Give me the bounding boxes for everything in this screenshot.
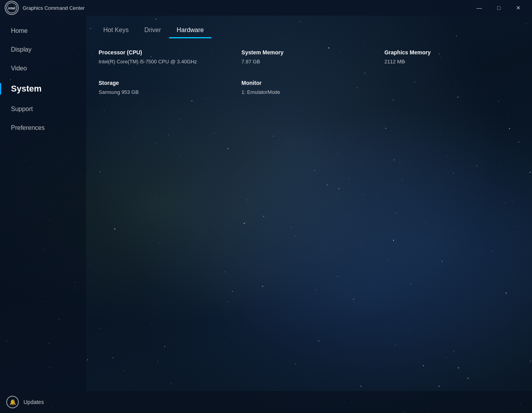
app-window: intel Graphics Command Center — □ ✕ Home… [0,0,532,413]
sidebar-item-video[interactable]: Video [0,59,86,77]
updates-icon: 🔔 [6,396,19,408]
hardware-content: Processor (CPU)Intel(R) Core(TM) i5-7500… [86,38,532,107]
main-layout: HomeDisplayVideoSystemSupportPreferences… [0,16,532,391]
tab-hardware[interactable]: Hardware [169,22,212,38]
hardware-value-storage: Samsung 953 GB [99,88,234,96]
hardware-value-system-memory: 7.87 GB [241,58,376,66]
hardware-item-processor: Processor (CPU)Intel(R) Core(TM) i5-7500… [99,49,234,66]
updates-label: Updates [23,399,44,405]
tab-driver[interactable]: Driver [137,22,169,38]
intel-logo: intel [5,1,19,15]
hardware-item-monitor: Monitor1: EmulatorMode [241,80,376,96]
close-button[interactable]: ✕ [509,2,527,14]
hardware-item-storage: StorageSamsung 953 GB [99,80,234,96]
svg-text:intel: intel [8,6,16,10]
sidebar-item-home[interactable]: Home [0,22,86,40]
maximize-button[interactable]: □ [490,2,508,14]
hardware-label-monitor: Monitor [241,80,376,86]
app-title: Graphics Command Center [23,5,84,11]
sidebar: HomeDisplayVideoSystemSupportPreferences [0,16,86,391]
sidebar-nav: HomeDisplayVideoSystemSupportPreferences [0,22,86,385]
hardware-value-graphics-memory: 2112 MB [385,58,519,66]
content-area: Hot KeysDriverHardware Processor (CPU)In… [86,16,532,391]
hardware-value-processor: Intel(R) Core(TM) i5-7500 CPU @ 3.40GHz [99,58,234,66]
sidebar-item-preferences[interactable]: Preferences [0,119,86,137]
title-bar: intel Graphics Command Center — □ ✕ [0,0,532,16]
hardware-item-graphics-memory: Graphics Memory2112 MB [385,49,519,66]
sidebar-item-system[interactable]: System [0,78,86,99]
hardware-label-processor: Processor (CPU) [99,49,234,56]
sidebar-item-support[interactable]: Support [0,100,86,118]
minimize-button[interactable]: — [470,2,488,14]
tabs-bar: Hot KeysDriverHardware [86,16,532,38]
hardware-label-storage: Storage [99,80,234,86]
sidebar-item-display[interactable]: Display [0,41,86,59]
hardware-label-system-memory: System Memory [241,49,376,56]
title-bar-left: intel Graphics Command Center [5,1,84,15]
hardware-item-system-memory: System Memory7.87 GB [241,49,376,66]
hardware-label-graphics-memory: Graphics Memory [385,49,519,56]
hardware-value-monitor: 1: EmulatorMode [241,88,376,96]
updates-bar[interactable]: 🔔 Updates [0,391,532,413]
tab-hotkeys[interactable]: Hot Keys [95,22,137,38]
window-controls: — □ ✕ [470,2,527,14]
